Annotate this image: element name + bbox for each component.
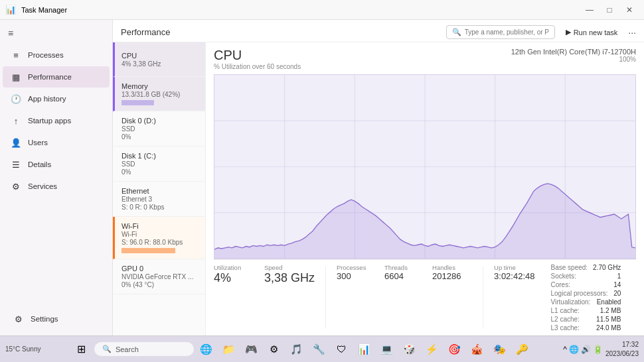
chart-max-label: 100% bbox=[511, 56, 636, 63]
taskbar-app-button[interactable]: 🛡 bbox=[331, 339, 353, 360]
stats-detail-row: Sockets: 1 bbox=[551, 272, 621, 280]
more-options-button[interactable]: ··· bbox=[628, 27, 636, 38]
minimize-button[interactable]: — bbox=[580, 1, 599, 19]
chart-title: CPU bbox=[214, 48, 301, 63]
sidebar-item-processes[interactable]: ≡ Processes bbox=[3, 44, 110, 66]
taskbar-app-button[interactable]: 🔧 bbox=[309, 339, 330, 360]
sidebar-label-processes: Processes bbox=[28, 51, 64, 59]
tray-volume[interactable]: 🔊 bbox=[581, 345, 591, 354]
chart-subtitle: % Utilization over 60 seconds bbox=[214, 63, 301, 70]
stats-detail-row: L2 cache: 11.5 MB bbox=[551, 316, 621, 323]
performance-title: Performance bbox=[121, 27, 170, 37]
sidebar-label-details: Details bbox=[28, 160, 51, 168]
settings-label: Settings bbox=[31, 315, 58, 323]
clock[interactable]: 17:32 2023/06/23 bbox=[605, 340, 639, 359]
stats-detail-row: Logical processors: 20 bbox=[551, 290, 621, 297]
taskbar-app-button[interactable]: 📊 bbox=[354, 339, 375, 360]
sidebar-item-app-history[interactable]: 🕐 App history bbox=[3, 88, 110, 109]
utilization-stat: Utilization 4% bbox=[214, 264, 254, 332]
users-icon: 👤 bbox=[11, 137, 21, 148]
speed-stat: Speed 3,38 GHz bbox=[264, 264, 315, 332]
sidebar-item-users[interactable]: 👤 Users bbox=[3, 132, 110, 153]
taskbar-app-button[interactable]: ⚡ bbox=[422, 339, 443, 360]
device-item-disk0[interactable]: Disk 0 (D:) SSD0% bbox=[113, 111, 205, 147]
taskbar-app-button[interactable]: 📁 bbox=[218, 339, 240, 360]
handles-stat: Handles 201286 bbox=[432, 264, 472, 332]
taskbar-search-icon: 🔍 bbox=[102, 345, 112, 353]
search-icon: 🔍 bbox=[452, 28, 461, 36]
device-item-gpu0[interactable]: GPU 0 NVIDIA GeForce RTX ...0% (43 °C) bbox=[113, 259, 205, 294]
tray-battery[interactable]: 🔋 bbox=[593, 345, 603, 354]
device-item-ethernet[interactable]: Ethernet Ethernet 3S: 0 R: 0 Kbps bbox=[113, 182, 205, 217]
device-item-memory[interactable]: Memory 13.3/31.8 GB (42%) bbox=[113, 77, 205, 111]
settings-icon: ⚙ bbox=[13, 314, 24, 324]
content-area: Performance 🔍 ▶ Run new task ··· bbox=[113, 20, 644, 335]
run-new-task-button[interactable]: ▶ Run new task bbox=[560, 26, 623, 38]
close-button[interactable]: ✕ bbox=[620, 1, 639, 19]
cpu-chart bbox=[214, 74, 636, 259]
processes-stat: Processes 300 bbox=[337, 264, 376, 332]
taskbar-app-button[interactable]: 🌐 bbox=[196, 339, 217, 360]
search-input[interactable] bbox=[465, 29, 549, 36]
app-history-icon: 🕐 bbox=[11, 93, 21, 104]
performance-header: Performance 🔍 ▶ Run new task ··· bbox=[113, 20, 644, 42]
tray-network[interactable]: 🌐 bbox=[569, 345, 579, 354]
stats-detail-col: Base speed: 2.70 GHz Sockets: 1 Cores: 1… bbox=[551, 264, 621, 332]
sidebar-label-performance: Performance bbox=[28, 73, 72, 81]
startup-icon: ↑ bbox=[11, 115, 21, 126]
stats-detail: Base speed: 2.70 GHz Sockets: 1 Cores: 1… bbox=[551, 264, 621, 332]
sidebar-label-users: Users bbox=[28, 139, 48, 147]
taskbar-search[interactable]: 🔍 Search bbox=[94, 342, 194, 356]
sidebar-item-startup[interactable]: ↑ Startup apps bbox=[3, 110, 110, 131]
start-button[interactable]: ⊞ bbox=[71, 339, 92, 360]
tray-chevron[interactable]: ^ bbox=[563, 345, 567, 354]
title-bar-title: Task Manager bbox=[21, 6, 67, 14]
tray-icons: ^ 🌐 🔊 🔋 bbox=[563, 345, 603, 354]
details-icon: ☰ bbox=[11, 159, 21, 170]
processes-icon: ≡ bbox=[11, 50, 21, 60]
taskbar-app-button[interactable]: 🔑 bbox=[512, 339, 533, 360]
taskbar-app-button[interactable]: 🎯 bbox=[444, 339, 465, 360]
taskbar: 15°C Sunny ⊞ 🔍 Search 🌐📁🎮⚙🎵🔧🛡📊💻🎲⚡🎯🎪🎭🔑 ^ … bbox=[0, 335, 644, 362]
taskbar-app-button[interactable]: 🎪 bbox=[467, 339, 488, 360]
sidebar-item-details[interactable]: ☰ Details bbox=[3, 154, 110, 175]
threads-stat: Threads 6604 bbox=[384, 264, 424, 332]
stats-detail-row: Cores: 14 bbox=[551, 281, 621, 288]
weather-info: 15°C Sunny bbox=[5, 345, 40, 353]
uptime-stat: Up time 3:02:42:48 bbox=[494, 264, 534, 332]
stats-detail-row: L3 cache: 24.0 MB bbox=[551, 324, 621, 332]
chart-device-name: 12th Gen Intel(R) Core(TM) i7-12700H bbox=[511, 48, 636, 56]
search-bar[interactable]: 🔍 bbox=[446, 25, 555, 39]
title-bar: 📊 Task Manager — □ ✕ bbox=[0, 0, 644, 20]
chart-area: CPU % Utilization over 60 seconds 12th G… bbox=[206, 42, 644, 335]
sidebar-item-performance[interactable]: ▦ Performance bbox=[3, 66, 110, 88]
taskbar-app-button[interactable]: 🎮 bbox=[241, 339, 262, 360]
performance-body: CPU 4% 3,38 GHz Memory 13.3/31.8 GB (42%… bbox=[113, 42, 644, 335]
sidebar-item-settings[interactable]: ⚙ Settings bbox=[5, 308, 107, 330]
stats-detail-row: Base speed: 2.70 GHz bbox=[551, 264, 621, 271]
performance-icon: ▦ bbox=[11, 72, 21, 82]
app-icon: 📊 bbox=[5, 5, 16, 15]
stats-detail-row: L1 cache: 1.2 MB bbox=[551, 307, 621, 314]
taskbar-app-button[interactable]: ⚙ bbox=[264, 339, 285, 360]
sidebar-item-services[interactable]: ⚙ Services bbox=[3, 176, 110, 197]
device-item-cpu[interactable]: CPU 4% 3,38 GHz bbox=[113, 42, 205, 77]
services-icon: ⚙ bbox=[11, 181, 21, 192]
taskbar-app-button[interactable]: 🎵 bbox=[286, 339, 307, 360]
taskbar-app-button[interactable]: 🎭 bbox=[489, 339, 511, 360]
sidebar-label-services: Services bbox=[28, 182, 57, 190]
taskbar-app-button[interactable]: 💻 bbox=[376, 339, 398, 360]
maximize-button[interactable]: □ bbox=[600, 1, 619, 19]
stats-detail-row: Virtualization: Enabled bbox=[551, 298, 621, 306]
sidebar-label-startup: Startup apps bbox=[28, 117, 71, 125]
sidebar: ≡ ≡ Processes ▦ Performance 🕐 App histor… bbox=[0, 20, 113, 335]
taskbar-app-button[interactable]: 🎲 bbox=[399, 339, 420, 360]
sidebar-label-app-history: App history bbox=[28, 95, 66, 103]
hamburger-button[interactable]: ≡ bbox=[0, 23, 112, 44]
run-icon: ▶ bbox=[566, 28, 571, 36]
device-item-wifi[interactable]: Wi-Fi Wi-FiS: 96.0 R: 88.0 Kbps bbox=[113, 217, 205, 259]
device-item-disk1[interactable]: Disk 1 (C:) SSD0% bbox=[113, 147, 205, 182]
device-list: CPU 4% 3,38 GHz Memory 13.3/31.8 GB (42%… bbox=[113, 42, 206, 335]
